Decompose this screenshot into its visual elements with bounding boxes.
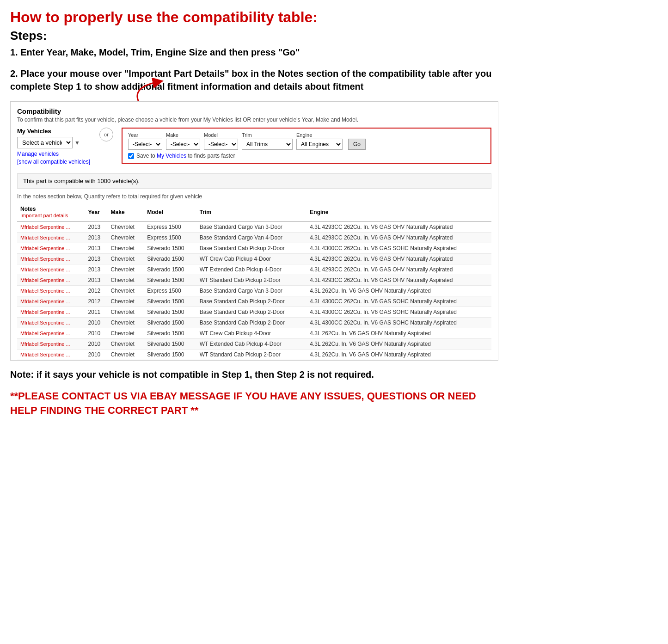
or-divider: or [99, 128, 113, 141]
data-cell: Chevrolet [108, 254, 144, 264]
data-cell: 4.3L 262Cu. In. V6 GAS OHV Naturally Asp… [306, 328, 491, 339]
engine-label: Engine [296, 132, 343, 138]
model-label: Model [204, 132, 238, 138]
data-cell: 4.3L 4293CC 262Cu. In. V6 GAS OHV Natura… [306, 233, 491, 243]
trim-label: Trim [242, 132, 293, 138]
model-select[interactable]: -Select- [204, 139, 238, 150]
data-cell: Silverado 1500 [144, 275, 196, 286]
data-cell: 4.3L 262Cu. In. V6 GAS OHV Naturally Asp… [306, 350, 491, 360]
my-vehicles-section: My Vehicles Select a vehicle ▼ Manage ve… [17, 128, 91, 169]
table-row: Mfrlabel:Serpentine ...2012ChevroletSilv… [17, 296, 491, 307]
main-title: How to properly use the compatibility ta… [10, 8, 498, 26]
notes-cell: Mfrlabel:Serpentine ... [17, 307, 85, 318]
data-cell: Chevrolet [108, 339, 144, 350]
data-cell: 2012 [85, 296, 108, 307]
save-text: Save to My Vehicles to finds parts faste… [136, 153, 235, 159]
vehicle-select[interactable]: Select a vehicle [17, 137, 73, 148]
compat-title: Compatibility [17, 107, 491, 115]
data-cell: Chevrolet [108, 221, 144, 233]
data-cell: Express 1500 [144, 286, 196, 296]
data-cell: Base Standard Cab Pickup 2-Door [196, 296, 307, 307]
steps-label: Steps: [10, 29, 498, 43]
table-row: Mfrlabel:Serpentine ...2010ChevroletSilv… [17, 350, 491, 360]
col-header-engine: Engine [306, 203, 491, 221]
go-button[interactable]: Go [348, 139, 366, 150]
engine-select[interactable]: All Engines [296, 139, 343, 150]
notes-cell: Mfrlabel:Serpentine ... [17, 318, 85, 328]
save-checkbox-row: Save to My Vehicles to finds parts faste… [128, 153, 485, 159]
data-cell: Silverado 1500 [144, 243, 196, 254]
compatibility-section: Compatibility To confirm that this part … [10, 101, 498, 361]
col-header-model: Model [144, 203, 196, 221]
data-cell: 2010 [85, 339, 108, 350]
table-row: Mfrlabel:Serpentine ...2010ChevroletSilv… [17, 328, 491, 339]
notes-cell: Mfrlabel:Serpentine ... [17, 243, 85, 254]
show-all-link[interactable]: [show all compatible vehicles] [17, 159, 91, 165]
my-vehicles-label: My Vehicles [17, 128, 91, 135]
data-cell: Chevrolet [108, 307, 144, 318]
model-group: Model -Select- [204, 132, 238, 150]
data-cell: 4.3L 4300CC 262Cu. In. V6 GAS SOHC Natur… [306, 318, 491, 328]
data-cell: Base Standard Cargo Van 3-Door [196, 221, 307, 233]
notes-cell: Mfrlabel:Serpentine ... [17, 221, 85, 233]
data-cell: Silverado 1500 [144, 254, 196, 264]
data-cell: WT Extended Cab Pickup 4-Door [196, 264, 307, 275]
table-row: Mfrlabel:Serpentine ...2010ChevroletSilv… [17, 318, 491, 328]
notes-cell: Mfrlabel:Serpentine ... [17, 328, 85, 339]
data-cell: 2010 [85, 318, 108, 328]
compat-count-text: This part is compatible with 1000 vehicl… [23, 178, 140, 184]
manage-vehicles-link[interactable]: Manage vehicles [17, 151, 91, 157]
data-cell: 4.3L 4293CC 262Cu. In. V6 GAS OHV Natura… [306, 264, 491, 275]
compat-note: In the notes section below, Quantity ref… [17, 191, 491, 203]
data-cell: Base Standard Cab Pickup 2-Door [196, 318, 307, 328]
data-cell: 2013 [85, 243, 108, 254]
data-cell: Chevrolet [108, 286, 144, 296]
data-cell: 4.3L 4293CC 262Cu. In. V6 GAS OHV Natura… [306, 275, 491, 286]
col-header-year: Year [85, 203, 108, 221]
my-vehicles-save-link[interactable]: My Vehicles [157, 153, 186, 159]
data-cell: Base Standard Cargo Van 3-Door [196, 286, 307, 296]
data-cell: 2010 [85, 328, 108, 339]
col-header-trim: Trim [196, 203, 307, 221]
data-cell: WT Crew Cab Pickup 4-Door [196, 254, 307, 264]
notes-cell: Mfrlabel:Serpentine ... [17, 296, 85, 307]
dropdown-arrow-icon: ▼ [74, 140, 80, 146]
data-cell: Silverado 1500 [144, 307, 196, 318]
data-cell: Express 1500 [144, 233, 196, 243]
save-checkbox[interactable] [128, 153, 134, 159]
notes-header-label: Notes [20, 206, 36, 212]
data-cell: WT Extended Cab Pickup 4-Door [196, 339, 307, 350]
notes-cell: Mfrlabel:Serpentine ... [17, 264, 85, 275]
year-select[interactable]: -Select- [128, 139, 162, 150]
table-row: Mfrlabel:Serpentine ...2013ChevroletSilv… [17, 254, 491, 264]
step2-text: 2. Place your mouse over "Important Part… [10, 67, 498, 93]
table-row: Mfrlabel:Serpentine ...2013ChevroletSilv… [17, 275, 491, 286]
data-cell: 2013 [85, 264, 108, 275]
data-cell: Chevrolet [108, 243, 144, 254]
data-cell: 2013 [85, 233, 108, 243]
notes-cell: Mfrlabel:Serpentine ... [17, 350, 85, 360]
data-cell: 2010 [85, 350, 108, 360]
data-cell: Chevrolet [108, 275, 144, 286]
data-cell: Chevrolet [108, 328, 144, 339]
data-cell: Silverado 1500 [144, 296, 196, 307]
notes-cell: Mfrlabel:Serpentine ... [17, 275, 85, 286]
note-text: Note: if it says your vehicle is not com… [10, 368, 498, 381]
table-row: Mfrlabel:Serpentine ...2013ChevroletExpr… [17, 221, 491, 233]
data-cell: 2013 [85, 221, 108, 233]
year-make-section: Year -Select- Make -Select- Model -Selec… [122, 128, 491, 164]
table-row: Mfrlabel:Serpentine ...2013ChevroletExpr… [17, 233, 491, 243]
table-row: Mfrlabel:Serpentine ...2013ChevroletSilv… [17, 243, 491, 254]
data-cell: Base Standard Cab Pickup 2-Door [196, 243, 307, 254]
step1-text: 1. Enter Year, Make, Model, Trim, Engine… [10, 46, 498, 59]
year-label: Year [128, 132, 162, 138]
trim-select[interactable]: All Trims [242, 139, 293, 150]
notes-cell: Mfrlabel:Serpentine ... [17, 286, 85, 296]
make-group: Make -Select- [166, 132, 200, 150]
data-cell: Chevrolet [108, 318, 144, 328]
data-cell: 2011 [85, 307, 108, 318]
data-cell: Base Standard Cargo Van 4-Door [196, 233, 307, 243]
notes-header-sub: Important part details [20, 213, 68, 218]
make-select[interactable]: -Select- [166, 139, 200, 150]
table-row: Mfrlabel:Serpentine ...2010ChevroletSilv… [17, 339, 491, 350]
